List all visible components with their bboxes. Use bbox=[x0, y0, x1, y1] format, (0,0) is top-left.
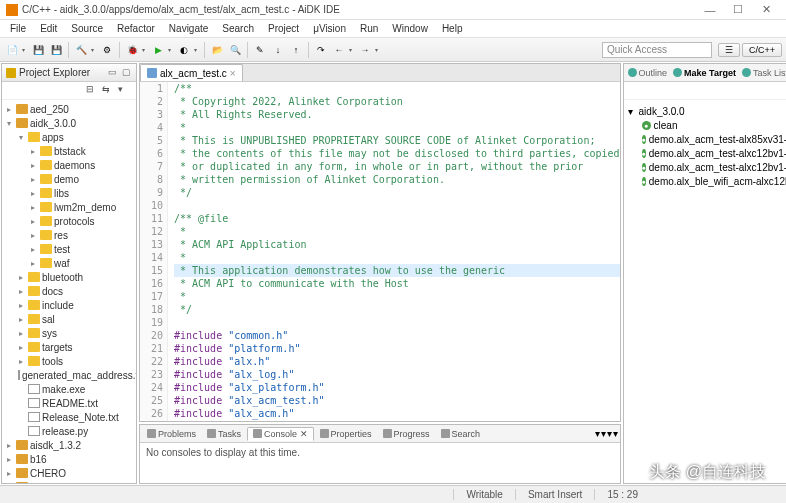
code-editor[interactable]: 1234567891011121314151617181920212223242… bbox=[140, 82, 620, 421]
save-all-button[interactable]: 💾 bbox=[48, 42, 64, 58]
window-title: C/C++ - aidk_3.0.0/apps/demo/alx_acm_tes… bbox=[22, 4, 696, 15]
tree-item[interactable]: ▸test bbox=[4, 242, 134, 256]
make-target-item[interactable]: ●demo.alx_acm_test-alxc12bv1-FreeRTOS-Lw… bbox=[628, 160, 786, 174]
close-tab-icon[interactable]: × bbox=[230, 68, 236, 79]
menu-search[interactable]: Search bbox=[216, 22, 260, 35]
toggle-mark-button[interactable]: ✎ bbox=[252, 42, 268, 58]
maximize-button[interactable]: ☐ bbox=[724, 3, 752, 16]
prev-annotation-button[interactable]: ↑ bbox=[288, 42, 304, 58]
next-annotation-button[interactable]: ↓ bbox=[270, 42, 286, 58]
link-editor-button[interactable]: ⇆ bbox=[102, 84, 116, 98]
menu-project[interactable]: Project bbox=[262, 22, 305, 35]
perspective-cpp[interactable]: C/C++ bbox=[742, 43, 782, 57]
right-tab-make-target[interactable]: Make Target bbox=[673, 68, 736, 78]
menu-edit[interactable]: Edit bbox=[34, 22, 63, 35]
new-button[interactable]: 📄 bbox=[4, 42, 20, 58]
open-type-button[interactable]: 📂 bbox=[209, 42, 225, 58]
run-button[interactable]: ▶ bbox=[150, 42, 166, 58]
tree-item[interactable]: Release_Note.txt bbox=[4, 410, 134, 424]
make-target-item[interactable]: ●demo.alx_ble_wifi_acm-alxc12bv1-FreeRTO… bbox=[628, 174, 786, 188]
menu-window[interactable]: Window bbox=[386, 22, 434, 35]
right-tab-task-list[interactable]: Task List bbox=[742, 68, 786, 78]
make-root[interactable]: ▾aidk_3.0.0 bbox=[628, 104, 786, 118]
main-toolbar: 📄▾ 💾 💾 🔨▾ ⚙ 🐞▾ ▶▾ ◐▾ 📂 🔍 ✎ ↓ ↑ ↷ ←▾ →▾ Q… bbox=[0, 38, 786, 62]
project-tree[interactable]: ▸aed_250▾aidk_3.0.0▾apps▸btstack▸daemons… bbox=[2, 100, 136, 483]
tree-item[interactable]: ▸CHERO bbox=[4, 466, 134, 480]
tree-item[interactable]: ▸btstack bbox=[4, 144, 134, 158]
bottom-tab-console[interactable]: Console ✕ bbox=[247, 427, 314, 441]
maximize-view-button[interactable]: ▢ bbox=[120, 67, 132, 79]
right-tab-outline[interactable]: Outline bbox=[628, 68, 668, 78]
make-target-list[interactable]: ▾aidk_3.0.0●clean●demo.alx_acm_test-alx8… bbox=[624, 100, 786, 483]
tree-item[interactable]: ▸lwm2m_demo bbox=[4, 200, 134, 214]
tree-item[interactable]: ▸aed_250 bbox=[4, 102, 134, 116]
project-explorer-pane: Project Explorer ▭ ▢ ⊟ ⇆ ▾ ▸aed_250▾aidk… bbox=[1, 63, 137, 484]
tree-item[interactable]: ▸libs bbox=[4, 186, 134, 200]
search-button[interactable]: 🔍 bbox=[227, 42, 243, 58]
editor-tab[interactable]: alx_acm_test.c × bbox=[140, 64, 243, 81]
minimize-view-button[interactable]: ▭ bbox=[106, 67, 118, 79]
make-target-item[interactable]: ●demo.alx_acm_test-alxc12bv1-FreeRTOS-Lw… bbox=[628, 146, 786, 160]
tree-item[interactable]: ▸daemons bbox=[4, 158, 134, 172]
profile-button[interactable]: ◐ bbox=[176, 42, 192, 58]
tree-item[interactable]: ▸tools bbox=[4, 354, 134, 368]
tree-item[interactable]: ▾aidk_3.0.0 bbox=[4, 116, 134, 130]
tree-item[interactable]: ▸targets bbox=[4, 340, 134, 354]
tree-item[interactable]: ▸sal bbox=[4, 312, 134, 326]
bottom-tab-properties[interactable]: Properties bbox=[315, 428, 377, 440]
menu-run[interactable]: Run bbox=[354, 22, 384, 35]
tree-item[interactable]: ▸docs bbox=[4, 284, 134, 298]
tree-item[interactable]: generated_mac_address.txt bbox=[4, 368, 134, 382]
collapse-all-button[interactable]: ⊟ bbox=[86, 84, 100, 98]
quick-access-input[interactable]: Quick Access bbox=[602, 42, 712, 58]
menu-navigate[interactable]: Navigate bbox=[163, 22, 214, 35]
minimize-button[interactable]: — bbox=[696, 4, 724, 16]
tree-item[interactable]: ▸aisdk_1.3.2 bbox=[4, 438, 134, 452]
workspace: Project Explorer ▭ ▢ ⊟ ⇆ ▾ ▸aed_250▾aidk… bbox=[0, 62, 786, 485]
tree-item[interactable]: ▸b16 bbox=[4, 452, 134, 466]
tree-item[interactable]: make.exe bbox=[4, 382, 134, 396]
tree-item[interactable]: ▾apps bbox=[4, 130, 134, 144]
back-button[interactable]: ← bbox=[331, 42, 347, 58]
menu-μvision[interactable]: μVision bbox=[307, 22, 352, 35]
menu-file[interactable]: File bbox=[4, 22, 32, 35]
editor-tab-label: alx_acm_test.c bbox=[160, 68, 227, 79]
close-button[interactable]: ✕ bbox=[752, 3, 780, 16]
center-area: alx_acm_test.c × 12345678910111213141516… bbox=[138, 62, 622, 485]
app-icon bbox=[6, 4, 18, 16]
tree-item[interactable]: ▸bluetooth bbox=[4, 270, 134, 284]
menu-help[interactable]: Help bbox=[436, 22, 469, 35]
step-button[interactable]: ↷ bbox=[313, 42, 329, 58]
tree-item[interactable]: README.txt bbox=[4, 396, 134, 410]
titlebar: C/C++ - aidk_3.0.0/apps/demo/alx_acm_tes… bbox=[0, 0, 786, 20]
save-button[interactable]: 💾 bbox=[30, 42, 46, 58]
build-all-button[interactable]: ⚙ bbox=[99, 42, 115, 58]
open-perspective-button[interactable]: ☰ bbox=[718, 43, 740, 57]
pin-icon[interactable]: ▾ bbox=[595, 428, 600, 439]
bottom-tab-tasks[interactable]: Tasks bbox=[202, 428, 246, 440]
debug-button[interactable]: 🐞 bbox=[124, 42, 140, 58]
tree-item[interactable]: ▸protocols bbox=[4, 214, 134, 228]
down-icon[interactable]: ▾ bbox=[601, 428, 606, 439]
menu-refactor[interactable]: Refactor bbox=[111, 22, 161, 35]
bottom-tab-progress[interactable]: Progress bbox=[378, 428, 435, 440]
c-file-icon bbox=[147, 68, 157, 78]
tree-item[interactable]: ▸mfg_test bbox=[4, 480, 134, 483]
forward-button[interactable]: → bbox=[357, 42, 373, 58]
bottom-tab-search[interactable]: Search bbox=[436, 428, 486, 440]
menu-source[interactable]: Source bbox=[65, 22, 109, 35]
tree-item[interactable]: ▸waf bbox=[4, 256, 134, 270]
bottom-tab-problems[interactable]: Problems bbox=[142, 428, 201, 440]
tree-item[interactable]: release.py bbox=[4, 424, 134, 438]
tree-item[interactable]: ▸include bbox=[4, 298, 134, 312]
view-menu-button[interactable]: ▾ bbox=[118, 84, 132, 98]
build-button[interactable]: 🔨 bbox=[73, 42, 89, 58]
make-target-item[interactable]: ●demo.alx_acm_test-alx85xv31-FreeRTOS-Lw… bbox=[628, 132, 786, 146]
min-icon[interactable]: ▾ bbox=[607, 428, 612, 439]
tree-item[interactable]: ▸demo bbox=[4, 172, 134, 186]
max-icon[interactable]: ▾ bbox=[613, 428, 618, 439]
make-target-item[interactable]: ●clean bbox=[628, 118, 786, 132]
tree-item[interactable]: ▸sys bbox=[4, 326, 134, 340]
editor-pane: alx_acm_test.c × 12345678910111213141516… bbox=[139, 63, 621, 422]
tree-item[interactable]: ▸res bbox=[4, 228, 134, 242]
